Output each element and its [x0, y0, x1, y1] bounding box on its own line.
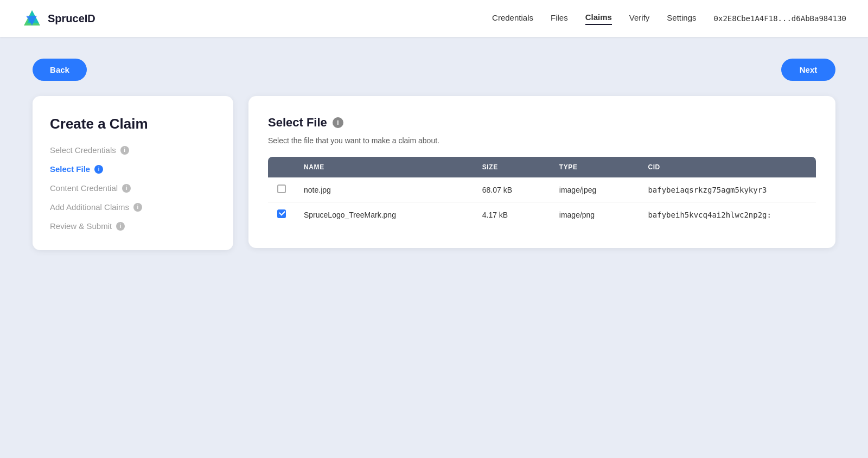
- step-review-submit[interactable]: Review & Submit i: [50, 221, 216, 231]
- row0-checkbox[interactable]: [277, 185, 286, 193]
- row0-type: image/jpeg: [551, 177, 640, 202]
- step-info-icon-2: i: [122, 184, 131, 193]
- col-name: NAME: [295, 157, 474, 177]
- step-info-icon-4: i: [116, 222, 125, 231]
- logo-area: SpruceID: [22, 8, 95, 29]
- nav-credentials[interactable]: Credentials: [492, 13, 533, 24]
- step-select-file[interactable]: Select File i: [50, 164, 216, 174]
- col-size: SIZE: [474, 157, 551, 177]
- row1-name: SpruceLogo_TreeMark.png: [295, 202, 474, 227]
- main-nav: Credentials Files Claims Verify Settings…: [492, 12, 846, 25]
- step-label-select-credentials: Select Credentials: [50, 145, 116, 155]
- logo-text: SpruceID: [48, 12, 95, 25]
- step-label-review-submit: Review & Submit: [50, 221, 112, 231]
- step-select-credentials[interactable]: Select Credentials i: [50, 145, 216, 155]
- row1-cid: bafybeih5kvcq4ai2hlwc2np2g:: [639, 202, 816, 227]
- table-scroll-container[interactable]: NAME SIZE TYPE CID note.jpg 68.07 k: [268, 157, 816, 227]
- row0-checkbox-cell[interactable]: [268, 177, 295, 202]
- right-panel: Select File i Select the file that you w…: [248, 96, 835, 248]
- header: SpruceID Credentials Files Claims Verify…: [0, 0, 868, 37]
- section-header: Select File i: [268, 116, 816, 130]
- col-checkbox: [268, 157, 295, 177]
- panels-row: Create a Claim Select Credentials i Sele…: [33, 96, 835, 250]
- row1-type: image/png: [551, 202, 640, 227]
- spruce-logo-icon: [22, 8, 42, 29]
- row0-size: 68.07 kB: [474, 177, 551, 202]
- step-info-icon-0: i: [120, 146, 129, 155]
- row1-checkbox-cell[interactable]: [268, 202, 295, 227]
- button-row: Back Next: [33, 59, 835, 81]
- nav-claims[interactable]: Claims: [585, 12, 612, 25]
- col-type: TYPE: [551, 157, 640, 177]
- step-add-additional-claims[interactable]: Add Additional Claims i: [50, 202, 216, 212]
- section-info-icon: i: [333, 117, 343, 128]
- step-content-credential[interactable]: Content Credential i: [50, 183, 216, 193]
- col-cid: CID: [639, 157, 816, 177]
- row0-cid: bafybeiaqsrkzg75agm5kykyr3: [639, 177, 816, 202]
- table-header: NAME SIZE TYPE CID: [268, 157, 816, 177]
- panel-title: Create a Claim: [50, 116, 216, 132]
- section-title: Select File: [268, 116, 327, 130]
- next-button[interactable]: Next: [781, 59, 835, 81]
- file-table: NAME SIZE TYPE CID note.jpg 68.07 k: [268, 157, 816, 227]
- main-content: Back Next Create a Claim Select Credenti…: [0, 37, 868, 272]
- row1-size: 4.17 kB: [474, 202, 551, 227]
- wallet-address: 0x2E8Cbe1A4F18...d6AbBa984130: [714, 14, 846, 23]
- table-body: note.jpg 68.07 kB image/jpeg bafybeiaqsr…: [268, 177, 816, 227]
- left-panel: Create a Claim Select Credentials i Sele…: [33, 96, 233, 250]
- nav-verify[interactable]: Verify: [629, 13, 650, 24]
- step-label-content-credential: Content Credential: [50, 183, 118, 193]
- table-row: SpruceLogo_TreeMark.png 4.17 kB image/pn…: [268, 202, 816, 227]
- step-label-add-additional: Add Additional Claims: [50, 202, 129, 212]
- step-list: Select Credentials i Select File i Conte…: [50, 145, 216, 231]
- back-button[interactable]: Back: [33, 59, 87, 81]
- step-label-select-file: Select File: [50, 164, 90, 174]
- row0-name: note.jpg: [295, 177, 474, 202]
- nav-settings[interactable]: Settings: [667, 13, 696, 24]
- section-description: Select the file that you want to make a …: [268, 136, 816, 145]
- table-row: note.jpg 68.07 kB image/jpeg bafybeiaqsr…: [268, 177, 816, 202]
- step-info-icon-1: i: [94, 165, 103, 174]
- step-info-icon-3: i: [133, 203, 142, 212]
- nav-files[interactable]: Files: [551, 13, 568, 24]
- row1-checkbox[interactable]: [277, 209, 286, 218]
